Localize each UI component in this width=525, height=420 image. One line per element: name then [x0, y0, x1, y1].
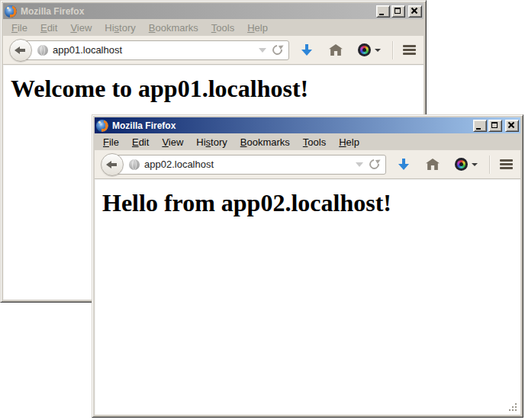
reload-icon[interactable]	[369, 159, 379, 169]
menu-bookmarks[interactable]: Bookmarks	[143, 21, 204, 35]
color-wheel-icon	[358, 43, 371, 56]
menu-help[interactable]: Help	[242, 21, 273, 35]
window-controls	[376, 5, 422, 18]
menu-file[interactable]: File	[98, 135, 124, 149]
url-bar[interactable]: app01.localhost	[20, 40, 289, 60]
maximize-icon[interactable]	[391, 5, 405, 18]
toolbar-separator	[489, 155, 490, 174]
reload-icon[interactable]	[272, 45, 282, 55]
menu-tools[interactable]: Tools	[298, 135, 331, 149]
window-title: Mozilla Firefox	[111, 120, 471, 131]
hamburger-menu-icon[interactable]	[403, 45, 416, 55]
toolbar-buttons	[301, 41, 419, 59]
back-icon[interactable]	[9, 39, 32, 62]
menu-history[interactable]: History	[191, 135, 232, 149]
maximize-icon[interactable]	[488, 120, 502, 132]
resize-grip[interactable]	[509, 403, 517, 412]
close-icon[interactable]	[408, 5, 422, 18]
url-text[interactable]: app02.localhost	[144, 159, 351, 170]
menu-view[interactable]: View	[65, 21, 97, 35]
globe-icon[interactable]	[37, 45, 48, 56]
menu-bar: File Edit View History Bookmarks Tools H…	[3, 19, 424, 36]
minimize-icon[interactable]	[473, 120, 487, 132]
color-wheel-button[interactable]	[358, 43, 381, 56]
toolbar-separator	[392, 41, 393, 59]
home-icon[interactable]	[426, 159, 440, 170]
menu-help[interactable]: Help	[333, 135, 365, 149]
menu-edit[interactable]: Edit	[127, 135, 154, 149]
menu-bar: File Edit View History Bookmarks Tools H…	[95, 133, 520, 150]
url-bar[interactable]: app02.localhost	[111, 155, 386, 175]
home-icon[interactable]	[329, 44, 343, 56]
menu-bookmarks[interactable]: Bookmarks	[235, 135, 295, 149]
menu-tools[interactable]: Tools	[206, 21, 240, 35]
page-content: Hello from app02.localhost!	[95, 179, 520, 415]
minimize-icon[interactable]	[376, 5, 390, 18]
window-title: Mozilla Firefox	[19, 6, 374, 17]
navigation-toolbar: app02.localhost	[95, 150, 520, 179]
download-icon[interactable]	[301, 43, 312, 56]
page-heading: Welcome to app01.localhost!	[3, 65, 424, 103]
menu-file[interactable]: File	[6, 21, 33, 35]
firefox-logo-icon	[96, 120, 108, 132]
menu-history[interactable]: History	[99, 21, 140, 35]
navigation-toolbar: app01.localhost	[3, 36, 424, 65]
back-icon[interactable]	[101, 153, 124, 176]
chevron-down-icon	[375, 49, 381, 52]
menu-edit[interactable]: Edit	[35, 21, 63, 35]
url-text[interactable]: app01.localhost	[53, 44, 254, 56]
page-heading: Hello from app02.localhost!	[95, 179, 520, 217]
download-icon[interactable]	[398, 158, 409, 171]
color-wheel-button[interactable]	[455, 158, 478, 171]
color-wheel-icon	[455, 158, 468, 171]
chevron-down-icon	[472, 163, 478, 166]
urlbar-dropdown-icon[interactable]	[259, 48, 266, 53]
menu-view[interactable]: View	[156, 135, 188, 149]
firefox-logo-icon	[5, 5, 17, 18]
window-controls	[473, 120, 519, 132]
titlebar[interactable]: Mozilla Firefox	[95, 117, 520, 133]
hamburger-menu-icon[interactable]	[500, 159, 513, 169]
titlebar[interactable]: Mozilla Firefox	[3, 3, 424, 19]
close-icon[interactable]	[505, 120, 519, 132]
toolbar-buttons	[398, 155, 516, 174]
firefox-window-app02: Mozilla Firefox File Edit View History B…	[92, 114, 523, 418]
globe-icon[interactable]	[129, 159, 140, 170]
urlbar-dropdown-icon[interactable]	[356, 162, 363, 167]
